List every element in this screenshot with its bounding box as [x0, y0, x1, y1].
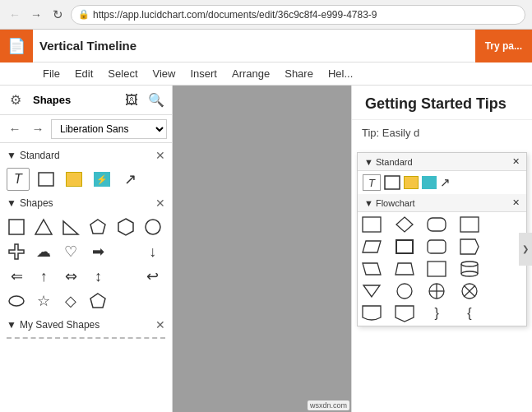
menu-view[interactable]: View: [146, 65, 183, 82]
standard-close-icon[interactable]: ✕: [155, 150, 165, 161]
right-triangle-shape[interactable]: [59, 215, 82, 238]
hexagon-shape[interactable]: [114, 215, 137, 238]
mini-flowchart-header[interactable]: ▼ Flowchart ✕: [358, 194, 526, 212]
svg-marker-25: [363, 285, 380, 297]
fc-rect3[interactable]: [426, 258, 447, 280]
fc-empty2: [491, 236, 512, 257]
fc-triangle-down[interactable]: [361, 280, 382, 302]
menu-edit[interactable]: Edit: [68, 65, 99, 82]
fc-cylinder[interactable]: [459, 258, 480, 280]
star-shape[interactable]: ☆: [32, 289, 55, 312]
heart-shape[interactable]: ♡: [59, 240, 82, 263]
diamond-shape[interactable]: ◇: [59, 289, 82, 312]
lock-icon: 🔒: [78, 9, 90, 20]
yellow-shape[interactable]: [62, 168, 86, 191]
menu-arrange[interactable]: Arrange: [225, 65, 276, 82]
triangle-shape[interactable]: [32, 215, 55, 238]
saved-chevron: ▼: [7, 319, 16, 331]
standard-section-header[interactable]: ▼ Standard ✕: [0, 146, 172, 164]
cloud-shape[interactable]: ☁: [32, 240, 55, 263]
logo-icon: 📄: [7, 37, 25, 55]
mini-yellow-shape[interactable]: [404, 176, 419, 189]
fc-rect2[interactable]: [459, 214, 480, 235]
fc-pentagon-flow[interactable]: [459, 236, 480, 257]
gear-icon[interactable]: ⚙: [5, 90, 26, 111]
menu-help[interactable]: Hel...: [322, 65, 359, 82]
browser-bar: ← → ↻ 🔒 https://app.lucidchart.com/docum…: [0, 0, 532, 30]
shapes-close-icon[interactable]: ✕: [155, 197, 165, 209]
mini-flowchart-close[interactable]: ✕: [512, 197, 520, 208]
svg-rect-10: [363, 217, 381, 232]
fc-trapezoid[interactable]: [394, 258, 415, 280]
arrow-shape[interactable]: ↗: [118, 168, 141, 191]
fc-circle-cross[interactable]: [426, 280, 447, 302]
square-shape[interactable]: [5, 215, 28, 238]
redo-button[interactable]: →: [28, 119, 48, 139]
cross-shape[interactable]: [5, 240, 28, 263]
fc-circle-x[interactable]: [459, 280, 480, 302]
mini-standard-close[interactable]: ✕: [512, 156, 520, 167]
circle-shape[interactable]: [141, 215, 164, 238]
fc-diamond[interactable]: [394, 214, 415, 235]
svg-rect-15: [396, 240, 413, 253]
mini-text-shape[interactable]: T: [363, 174, 381, 191]
fc-doc[interactable]: [361, 303, 382, 324]
font-selector[interactable]: Liberation Sans: [51, 119, 167, 139]
dashed-divider: [7, 337, 165, 339]
fc-rect[interactable]: [361, 214, 382, 235]
shapes-header-left: ▼ Shapes: [7, 197, 53, 209]
app-titlebar: 📄 Vertical Timeline Try pa...: [0, 30, 532, 62]
search-icon[interactable]: 🔍: [146, 90, 167, 111]
up-arrow-shape[interactable]: ↑: [32, 265, 55, 288]
reload-button[interactable]: ↻: [49, 7, 66, 23]
canvas-area[interactable]: wsxdn.com: [173, 86, 351, 412]
mini-standard-header[interactable]: ▼ Standard ✕: [358, 153, 526, 171]
mini-rect-shape[interactable]: [384, 175, 400, 190]
left-arrow-shape[interactable]: ⇐: [5, 265, 28, 288]
shapes-label: Shapes: [30, 94, 118, 106]
mini-arrow-shape[interactable]: ↗: [440, 175, 451, 190]
try-button[interactable]: Try pa...: [475, 30, 532, 62]
fc-rounded2[interactable]: [426, 236, 447, 257]
pentagon2-shape[interactable]: [86, 289, 109, 312]
fc-pentagon2[interactable]: [394, 303, 415, 324]
flowchart-grid: } {: [358, 212, 526, 326]
tips-header: Getting Started Tips: [352, 86, 532, 120]
menu-file[interactable]: File: [36, 65, 67, 82]
address-bar[interactable]: 🔒 https://app.lucidchart.com/documents/e…: [71, 5, 525, 25]
menu-share[interactable]: Share: [278, 65, 320, 82]
lightning-shape[interactable]: ⚡: [90, 168, 113, 191]
fc-rect-bold[interactable]: [394, 236, 415, 257]
back-button[interactable]: ←: [7, 7, 23, 23]
menu-insert[interactable]: Insert: [183, 65, 224, 82]
svg-marker-14: [363, 241, 381, 252]
svg-point-6: [146, 220, 160, 234]
mini-teal-shape[interactable]: [422, 176, 437, 189]
horiz-double-arrow[interactable]: ⇔: [59, 265, 82, 288]
fc-brace-close[interactable]: {: [459, 303, 480, 324]
u-turn-arrow[interactable]: ↩: [141, 265, 164, 288]
svg-marker-17: [460, 239, 479, 254]
down-arrow-shape[interactable]: ↓: [141, 240, 164, 263]
saved-close-icon[interactable]: ✕: [155, 319, 165, 331]
my-saved-shapes-header[interactable]: ▼ My Saved Shapes ✕: [0, 316, 172, 334]
fc-rounded-rect[interactable]: [426, 214, 447, 235]
pentagon-shape[interactable]: [86, 215, 109, 238]
right-arrow-shape[interactable]: ➡: [86, 240, 109, 263]
vert-double-arrow[interactable]: ↕: [86, 265, 109, 288]
shapes-section-header[interactable]: ▼ Shapes ✕: [0, 194, 172, 212]
rectangle-shape[interactable]: [35, 168, 58, 191]
fc-brace-open[interactable]: }: [426, 303, 447, 324]
mini-standard-label: ▼ Standard: [364, 157, 413, 167]
fc-parallelogram-left[interactable]: [361, 236, 382, 257]
fc-circle[interactable]: [394, 280, 415, 302]
ellipse-shape[interactable]: [5, 289, 28, 312]
menu-select[interactable]: Select: [101, 65, 144, 82]
image-icon[interactable]: 🖼: [121, 90, 142, 111]
undo-button[interactable]: ←: [5, 119, 25, 139]
tips-panel: Getting Started Tips Tip: Easily d ▼ Sta…: [351, 86, 532, 412]
panel-toggle[interactable]: ❯: [519, 233, 532, 266]
text-shape[interactable]: T: [7, 168, 30, 191]
fc-parallelogram-right[interactable]: [361, 258, 382, 280]
forward-button[interactable]: →: [28, 7, 44, 23]
